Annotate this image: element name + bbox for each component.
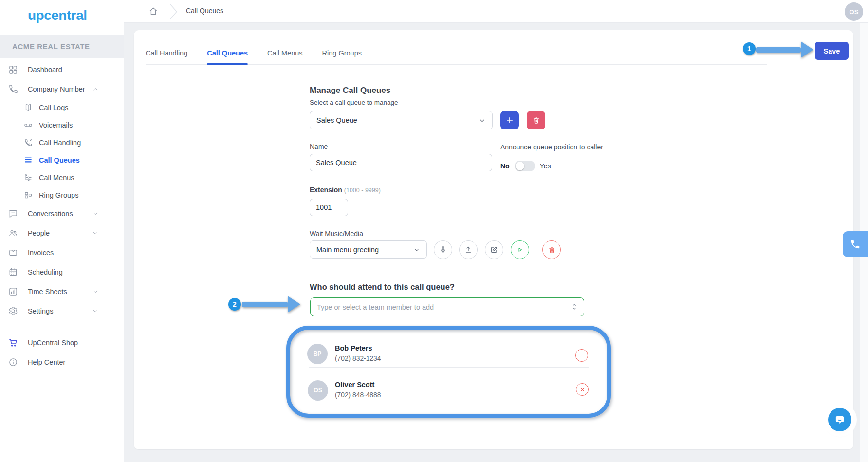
arrow-head (801, 41, 813, 58)
tab-call-queues[interactable]: Call Queues (207, 30, 248, 64)
add-queue-button[interactable] (500, 111, 519, 129)
toggle-yes-label: Yes (540, 162, 551, 170)
toggle-knob (516, 162, 524, 170)
sidebar-item-invoices[interactable]: Invoices (0, 243, 124, 262)
sidebar-item-help-center[interactable]: Help Center (0, 352, 124, 372)
sidebar-item-upcentral-shop[interactable]: UpCentral Shop (0, 333, 124, 352)
sidebar-item-voicemails[interactable]: Voicemails (0, 116, 124, 134)
sidebar-item-label: Invoices (28, 249, 54, 257)
queue-select[interactable]: Sales Queue (310, 111, 493, 129)
member-phone: (702) 848-4888 (335, 391, 381, 399)
play-audio-button[interactable] (511, 240, 529, 259)
phone-icon (8, 84, 18, 94)
arrow-body (756, 47, 801, 53)
breadcrumb: Call Queues (186, 7, 223, 15)
sidebar: upcentral ACME REAL ESTATE Dashboard Com… (0, 0, 124, 462)
plus-icon (505, 116, 514, 125)
sidebar-item-time-sheets[interactable]: Time Sheets (0, 282, 124, 301)
member-search-input[interactable] (310, 297, 584, 316)
sidebar-item-call-handling[interactable]: Call Handling (0, 134, 124, 151)
delete-queue-button[interactable] (527, 111, 545, 129)
support-chat-button[interactable] (828, 408, 851, 431)
attend-section-title: Who should attend to this call queue? (310, 282, 455, 292)
book-icon (24, 103, 33, 112)
sidebar-item-label: Voicemails (39, 121, 73, 129)
upload-audio-button[interactable] (459, 240, 478, 259)
dashboard-grid-icon (8, 65, 18, 74)
sidebar-item-label: Call Queues (39, 156, 80, 164)
trash-icon (548, 246, 556, 254)
media-select-value: Main menu greeting (316, 246, 379, 254)
tree-list-icon (24, 173, 33, 182)
annotation-highlight-ring (286, 326, 611, 418)
voicemail-icon (24, 121, 33, 129)
queue-select-value: Sales Queue (316, 116, 357, 124)
sidebar-item-label: Settings (28, 307, 53, 315)
save-button[interactable]: Save (815, 42, 849, 60)
sidebar-item-call-queues[interactable]: Call Queues (0, 151, 124, 169)
member-phone: (702) 832-1234 (335, 355, 381, 362)
sidebar-item-label: UpCentral Shop (28, 339, 78, 347)
annotation-step-2-badge: 2 (228, 298, 241, 311)
extension-range-hint: (1000 - 9999) (344, 187, 381, 194)
tab-ring-groups[interactable]: Ring Groups (322, 30, 362, 64)
remove-member-button[interactable] (576, 383, 589, 396)
sidebar-item-dashboard[interactable]: Dashboard (0, 60, 124, 79)
sidebar-item-people[interactable]: People (0, 223, 124, 243)
sidebar-item-label: Dashboard (28, 66, 62, 74)
chevron-down-icon[interactable] (92, 230, 102, 237)
sidebar-item-call-menus[interactable]: Call Menus (0, 169, 124, 186)
announce-label: Announce queue position to caller (500, 143, 603, 151)
chevron-up-icon[interactable] (92, 86, 102, 92)
arrow-head (288, 296, 300, 313)
annotation-step-1-badge: 1 (743, 42, 756, 55)
sidebar-item-label: Scheduling (28, 268, 63, 276)
phone-icon (850, 239, 861, 250)
upload-icon (464, 245, 473, 254)
sidebar-item-settings[interactable]: Settings (0, 301, 124, 321)
sidebar-item-label: Call Handling (39, 139, 81, 147)
delete-audio-button[interactable] (542, 240, 561, 259)
announce-toggle-row: No Yes (500, 161, 551, 171)
avatar: OS (308, 380, 328, 401)
home-icon[interactable] (148, 6, 158, 16)
softphone-tab[interactable] (843, 231, 868, 257)
announce-toggle[interactable] (515, 161, 535, 171)
tab-call-menus[interactable]: Call Menus (267, 30, 303, 64)
queue-select-label: Select a call queue to manage (310, 99, 398, 106)
remove-member-button[interactable] (575, 349, 588, 362)
page-title: Manage Call Queues (310, 86, 390, 95)
group-squares-icon (24, 191, 33, 200)
sidebar-item-label: People (28, 229, 50, 237)
chat-bubble-icon (8, 209, 18, 219)
sidebar-item-scheduling[interactable]: Scheduling (0, 262, 124, 282)
sidebar-item-conversations[interactable]: Conversations (0, 204, 124, 223)
wallet-icon (8, 248, 18, 258)
close-icon (579, 387, 586, 393)
edit-pencil-icon (490, 245, 499, 254)
member-name: Bob Peters (335, 344, 372, 352)
toggle-no-label: No (500, 162, 510, 170)
record-audio-button[interactable] (434, 240, 452, 259)
edit-audio-button[interactable] (485, 240, 503, 259)
extension-input[interactable] (310, 199, 348, 216)
chevron-down-icon (413, 246, 420, 253)
arrow-body (242, 302, 288, 307)
sidebar-item-ring-groups[interactable]: Ring Groups (0, 186, 124, 204)
sort-chevrons-icon (571, 302, 578, 312)
media-select[interactable]: Main menu greeting (310, 240, 427, 259)
chevron-down-icon[interactable] (92, 288, 102, 295)
chevron-down-icon[interactable] (92, 308, 102, 314)
sidebar-item-company-number[interactable]: Company Number (0, 79, 124, 99)
play-icon (516, 245, 524, 254)
user-avatar[interactable]: OS (845, 2, 863, 21)
chevron-down-icon[interactable] (92, 210, 102, 217)
queue-name-input[interactable] (310, 154, 492, 171)
bar-chart-icon (8, 287, 18, 296)
info-icon (8, 357, 18, 367)
sidebar-item-call-logs[interactable]: Call Logs (0, 99, 124, 116)
tab-call-handling[interactable]: Call Handling (146, 30, 187, 64)
media-label: Wait Music/Media (310, 230, 363, 238)
sidebar-item-label: Call Logs (39, 104, 68, 111)
queue-lines-icon (24, 156, 33, 165)
